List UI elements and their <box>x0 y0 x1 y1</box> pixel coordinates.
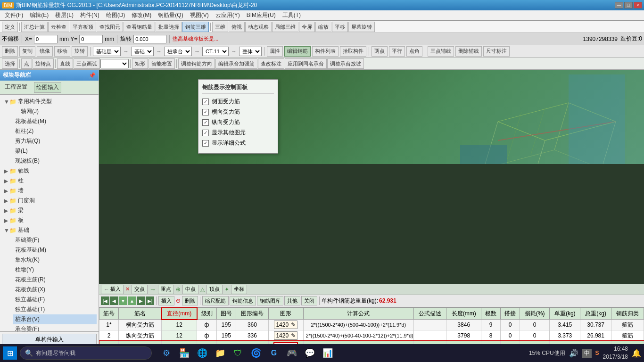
toolbar-rebar-3d[interactable]: 钢筋三维 <box>182 22 209 32</box>
edit-rebar-btn[interactable]: 编辑钢筋 <box>284 46 311 57</box>
parallel-btn[interactable]: 平行 <box>389 46 405 57</box>
toolbar-batch-select[interactable]: 批量选择 <box>156 22 182 32</box>
y-input[interactable] <box>79 35 103 43</box>
rebar-other-btn[interactable]: 其他 <box>284 296 300 305</box>
rotate-input[interactable] <box>133 35 166 43</box>
menu-draw[interactable]: 绘图(D) <box>103 10 128 20</box>
line-btn[interactable]: 直线 <box>57 58 73 69</box>
rebar-info-btn[interactable]: 钢筋信息 <box>230 296 256 305</box>
snap-vertex[interactable]: 顶点 <box>206 285 223 294</box>
toolbar-zoom[interactable]: 缩放 <box>315 22 331 32</box>
ct-select[interactable]: CT-11 <box>202 47 229 56</box>
rebar-close-btn[interactable]: 关闭 <box>301 296 317 305</box>
taskbar-app-defender[interactable]: 🛡 <box>230 346 246 361</box>
tree-group-opening[interactable]: ▶ 📁 门窗洞 <box>2 196 97 206</box>
maximize-button[interactable]: □ <box>624 2 633 8</box>
lang-indicator[interactable]: 中 <box>582 349 592 358</box>
apply-same-cap-btn[interactable]: 应用到同名承台 <box>285 58 327 69</box>
taskbar-clock[interactable]: 16:48 2017/3/18 <box>603 345 628 361</box>
table-row[interactable]: 1* 横向受力筋 12 ф 195 360 1420 ✎ <box>99 320 644 330</box>
tree-item-slab-neg[interactable]: 花板负筋(X) <box>13 285 97 295</box>
popup-item-horiz[interactable]: ✓ 横向受力筋 <box>202 108 274 116</box>
toolbar-fullscreen[interactable]: 全屏 <box>299 22 315 32</box>
snap-intersect[interactable]: 交点 <box>132 285 148 294</box>
taskbar-search[interactable]: 🔍 有问题尽管问我 <box>20 346 152 360</box>
tree-item-cap-beam[interactable]: 承台梁(F) <box>13 324 97 331</box>
menu-rebar-qty[interactable]: 钢筋量(Q) <box>155 10 186 20</box>
rebar-delete-btn[interactable]: 删除 <box>182 296 198 305</box>
tree-item-shearwall[interactable]: 剪力墙(Q) <box>13 136 97 146</box>
three-arc-btn[interactable]: 三点画弧 <box>74 58 100 69</box>
tree-item-isolated-f[interactable]: 独立基础(F) <box>13 295 97 304</box>
menu-view[interactable]: 视图(V) <box>187 10 212 20</box>
nav-up[interactable]: ▲ <box>128 296 136 305</box>
tree-item-pier[interactable]: 柱墩(Y) <box>13 265 97 275</box>
menu-cloud[interactable]: 云应用(Y) <box>213 10 243 20</box>
x-input[interactable] <box>34 35 58 43</box>
checkbox-side[interactable]: ✓ <box>202 99 209 105</box>
adjust-rebar-dir-btn[interactable]: 调整钢筋方向 <box>178 58 215 69</box>
tree-item-beam[interactable]: 梁(L) <box>13 146 97 156</box>
toolbar-move[interactable]: 移动 <box>54 46 70 57</box>
toolbar-find[interactable]: 查找图元 <box>97 22 123 32</box>
cell-shape-1[interactable]: 1420 ✎ <box>268 320 303 330</box>
foundation-select[interactable]: 基础 <box>131 47 154 56</box>
tree-item-col[interactable]: 框柱(Z) <box>13 126 97 136</box>
taskbar-app-store[interactable]: 🏪 <box>176 346 192 361</box>
rotate-point-btn[interactable]: 旋转点 <box>33 58 54 69</box>
select-btn[interactable]: 选择 <box>2 58 18 69</box>
tab-project-settings[interactable]: 工程设置 <box>3 82 29 93</box>
nav-down[interactable]: ▼ <box>119 296 127 305</box>
nav-next[interactable]: ▶ <box>137 296 145 305</box>
menu-tools[interactable]: 工具(T) <box>280 10 304 20</box>
tree-item-sump[interactable]: 集水坑(K) <box>13 255 97 265</box>
snap-midpoint[interactable]: 中点 <box>182 285 198 294</box>
taskbar-app-game[interactable]: 🎮 <box>284 346 300 361</box>
pile-select[interactable]: 桩承台 <box>164 47 192 56</box>
three-point-btn[interactable]: 三点辅线 <box>428 46 454 57</box>
taskbar-app-chrome[interactable]: 🌀 <box>248 346 264 361</box>
toolbar-cloud-check[interactable]: 云检查 <box>48 22 69 32</box>
toolbar-3d[interactable]: 三维 <box>212 22 228 32</box>
taskbar-app-g[interactable]: G <box>266 346 282 361</box>
pick-btn[interactable]: 拾取构件 <box>340 46 366 57</box>
popup-item-other[interactable]: ✓ 显示其他图元 <box>202 129 274 137</box>
rebar-lib-btn[interactable]: 钢筋图库 <box>257 296 283 305</box>
tree-group-common[interactable]: ▼ 📁 常用构件类型 <box>2 97 97 107</box>
menu-bim[interactable]: BIM应用(U) <box>244 10 279 20</box>
toolbar-top-view[interactable]: 俯视 <box>229 22 245 32</box>
popup-item-formula[interactable]: ✓ 显示详细公式 <box>202 139 274 147</box>
tree-group-column[interactable]: ▶ 📁 柱 <box>2 176 97 186</box>
cell-shape-2[interactable]: 1420 ✎ <box>268 330 303 341</box>
adjust-cap-slope-btn[interactable]: 调整承台放坡 <box>327 58 364 69</box>
close-button[interactable]: × <box>634 2 642 8</box>
tab-drawing-input[interactable]: 绘图输入 <box>34 82 61 93</box>
tree-group-foundation[interactable]: ▼ 📁 基础 <box>2 225 97 235</box>
tree-group-wall[interactable]: ▶ 📁 墙 <box>2 186 97 196</box>
taskbar-app-explorer[interactable]: 📁 <box>212 346 228 361</box>
snap-endpoint[interactable]: 重点 <box>158 285 174 294</box>
tree-group-beam[interactable]: ▶ 📁 梁 <box>2 206 97 215</box>
tree-group-slab[interactable]: ▶ 📁 板 <box>2 215 97 225</box>
snap-insert[interactable]: ←插入 <box>101 285 124 294</box>
tree-item-axis[interactable]: 轴网(J) <box>13 107 97 116</box>
toolbar-view-rebar[interactable]: 查看钢筋量 <box>124 22 155 32</box>
nav-prev[interactable]: ◀ <box>110 296 118 305</box>
taskbar-app-settings[interactable]: ⚙ <box>158 346 174 361</box>
popup-item-vert[interactable]: ✓ 纵向受力筋 <box>202 118 274 126</box>
start-button[interactable]: ⊞ <box>3 346 17 360</box>
menu-floor[interactable]: 楼层(L) <box>52 10 76 20</box>
edit-cap-rebar-btn[interactable]: 编辑承台加强筋 <box>215 58 257 69</box>
tree-item-precast-slab[interactable]: 现浇板(B) <box>13 156 97 166</box>
tree-item-fslab[interactable]: 花板基础(M) <box>13 245 97 255</box>
nav-first[interactable]: |◀ <box>101 296 109 305</box>
whole-select[interactable]: 整体 <box>239 47 262 56</box>
property-btn[interactable]: 属性 <box>267 46 283 57</box>
checkbox-other[interactable]: ✓ <box>202 130 209 136</box>
toolbar-define[interactable]: 定义 <box>2 22 18 32</box>
checkbox-vert[interactable]: ✓ <box>202 119 209 126</box>
tree-item-irregular-f[interactable]: 独立基础(T) <box>13 304 97 314</box>
taskbar-app-msg[interactable]: 💬 <box>302 346 318 361</box>
rect-btn[interactable]: 矩形 <box>132 58 148 69</box>
delete-aux-btn[interactable]: 删除辅线 <box>455 46 482 57</box>
